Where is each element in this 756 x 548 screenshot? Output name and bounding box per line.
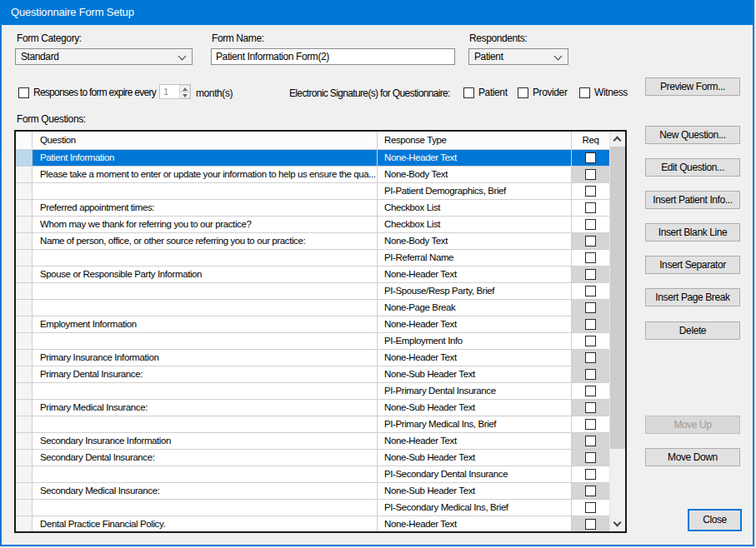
question-cell[interactable]: Please take a moment to enter or update …: [33, 167, 378, 183]
title-bar[interactable]: Questionnaire Form Setup: [0, 0, 754, 25]
insert-page-break-button[interactable]: Insert Page Break: [645, 288, 740, 306]
question-cell[interactable]: Secondary Insurance Information: [33, 433, 378, 450]
table-row[interactable]: PI-Secondary Medical Ins, Brief: [16, 500, 609, 516]
question-cell[interactable]: [33, 300, 378, 316]
row-selector-cell[interactable]: [16, 350, 33, 366]
response-type-cell[interactable]: None-Sub Header Text: [378, 450, 572, 466]
stepper-down-button[interactable]: [179, 92, 190, 98]
response-type-cell[interactable]: PI-Employment Info: [378, 333, 572, 350]
table-row[interactable]: Spouse or Responsible Party InformationN…: [16, 267, 609, 283]
req-checkbox[interactable]: [585, 386, 596, 396]
question-cell[interactable]: [33, 416, 378, 433]
form-category-select[interactable]: Standard: [15, 48, 193, 65]
question-cell[interactable]: [33, 250, 378, 267]
response-type-cell[interactable]: None-Header Text: [378, 433, 572, 450]
insert-separator-button[interactable]: Insert Separator: [645, 256, 740, 274]
response-type-cell[interactable]: PI-Primary Medical Ins, Brief: [378, 416, 572, 433]
req-checkbox[interactable]: [585, 469, 596, 480]
question-cell[interactable]: [33, 283, 378, 300]
expire-checkbox[interactable]: [18, 87, 29, 98]
table-row[interactable]: PI-Secondary Dental Insurance: [16, 466, 609, 483]
table-row[interactable]: Primary Insurance InformationNone-Header…: [16, 350, 609, 366]
row-selector-cell[interactable]: [16, 516, 33, 531]
response-type-cell[interactable]: PI-Secondary Dental Insurance: [378, 466, 572, 483]
response-type-cell[interactable]: None-Header Text: [378, 316, 572, 333]
response-type-cell[interactable]: PI-Secondary Medical Ins, Brief: [378, 500, 572, 516]
response-type-cell[interactable]: None-Sub Header Text: [378, 400, 572, 416]
esign-provider-checkbox[interactable]: [518, 87, 528, 98]
row-selector-cell[interactable]: [16, 167, 33, 183]
table-row[interactable]: PI-Primary Medical Ins, Brief: [16, 416, 609, 433]
vertical-scrollbar[interactable]: [609, 132, 625, 531]
esign-patient-checkbox[interactable]: [463, 87, 474, 98]
insert-patient-info-button[interactable]: Insert Patient Info...: [645, 191, 740, 209]
form-name-input[interactable]: Patient Information Form(2): [211, 48, 455, 65]
esign-witness-checkbox[interactable]: [579, 87, 590, 98]
response-type-cell[interactable]: None-Header Text: [378, 350, 572, 366]
row-selector-cell[interactable]: [16, 500, 33, 516]
question-cell[interactable]: Dental Practice Financial Policy.: [33, 516, 378, 531]
respondents-select[interactable]: Patient: [468, 48, 568, 65]
new-question-button[interactable]: New Question...: [645, 126, 740, 144]
row-selector-cell[interactable]: [16, 316, 33, 333]
question-cell[interactable]: Employment Information: [33, 316, 378, 333]
row-selector-cell[interactable]: [16, 267, 33, 283]
response-type-cell[interactable]: None-Header Text: [378, 150, 572, 167]
question-cell[interactable]: [33, 333, 378, 350]
scroll-up-button[interactable]: [610, 132, 625, 146]
response-type-cell[interactable]: None-Header Text: [378, 516, 572, 531]
row-selector-cell[interactable]: [16, 200, 33, 217]
question-cell[interactable]: Primary Dental Insurance:: [33, 366, 378, 383]
row-selector-cell[interactable]: [16, 483, 33, 500]
row-selector-cell[interactable]: [16, 283, 33, 300]
table-row[interactable]: Primary Dental Insurance:None-Sub Header…: [16, 366, 609, 383]
response-type-cell[interactable]: None-Page Break: [378, 300, 572, 316]
table-row[interactable]: Preferred appointment times:Checkbox Lis…: [16, 200, 609, 217]
row-selector-cell[interactable]: [16, 416, 33, 433]
table-row[interactable]: Whom may we thank for referring you to o…: [16, 217, 609, 233]
question-cell[interactable]: Name of person, office, or other source …: [33, 233, 378, 250]
response-type-cell[interactable]: PI-Primary Dental Insurance: [378, 383, 572, 400]
move-down-button[interactable]: Move Down: [645, 448, 740, 466]
stepper-up-button[interactable]: [179, 85, 190, 92]
question-cell[interactable]: [33, 466, 378, 483]
row-selector-cell[interactable]: [16, 233, 33, 250]
table-row[interactable]: Secondary Insurance InformationNone-Head…: [16, 433, 609, 450]
row-selector-cell[interactable]: [16, 300, 33, 316]
row-selector-cell[interactable]: [16, 366, 33, 383]
question-cell[interactable]: Primary Medical Insurance:: [33, 400, 378, 416]
table-row[interactable]: Employment InformationNone-Header Text: [16, 316, 609, 333]
table-row[interactable]: PI-Referral Name: [16, 250, 609, 267]
response-type-cell[interactable]: None-Body Text: [378, 167, 572, 183]
row-selector-cell[interactable]: [16, 150, 33, 167]
table-row[interactable]: Primary Medical Insurance:None-Sub Heade…: [16, 400, 609, 416]
table-row[interactable]: PI-Employment Info: [16, 333, 609, 350]
table-row[interactable]: Patient InformationNone-Header Text: [16, 150, 609, 167]
row-selector-cell[interactable]: [16, 183, 33, 200]
table-row[interactable]: Name of person, office, or other source …: [16, 233, 609, 250]
req-checkbox[interactable]: [585, 286, 596, 296]
scroll-down-button[interactable]: [610, 517, 625, 531]
response-type-cell[interactable]: None-Body Text: [378, 233, 572, 250]
table-row[interactable]: Secondary Dental Insurance:None-Sub Head…: [16, 450, 609, 466]
req-checkbox[interactable]: [585, 336, 596, 346]
req-checkbox[interactable]: [585, 419, 596, 430]
table-row[interactable]: None-Page Break: [16, 300, 609, 316]
response-type-cell[interactable]: PI-Referral Name: [378, 250, 572, 267]
question-cell[interactable]: Secondary Medical Insurance:: [33, 483, 378, 500]
question-cell[interactable]: Primary Insurance Information: [33, 350, 378, 366]
scrollbar-thumb[interactable]: [610, 147, 625, 449]
delete-button[interactable]: Delete: [645, 321, 740, 340]
question-cell[interactable]: Whom may we thank for referring you to o…: [33, 217, 378, 233]
response-type-cell[interactable]: Checkbox List: [378, 217, 572, 233]
question-cell[interactable]: [33, 183, 378, 200]
edit-question-button[interactable]: Edit Question...: [645, 158, 740, 177]
table-row[interactable]: PI-Spouse/Resp Party, Brief: [16, 283, 609, 300]
row-selector-cell[interactable]: [16, 450, 33, 466]
question-cell[interactable]: [33, 383, 378, 400]
row-selector-cell[interactable]: [16, 250, 33, 267]
table-row[interactable]: Secondary Medical Insurance:None-Sub Hea…: [16, 483, 609, 500]
preview-form-button[interactable]: Preview Form...: [645, 77, 740, 96]
response-type-cell[interactable]: PI-Spouse/Resp Party, Brief: [378, 283, 572, 300]
req-checkbox[interactable]: [585, 502, 596, 513]
